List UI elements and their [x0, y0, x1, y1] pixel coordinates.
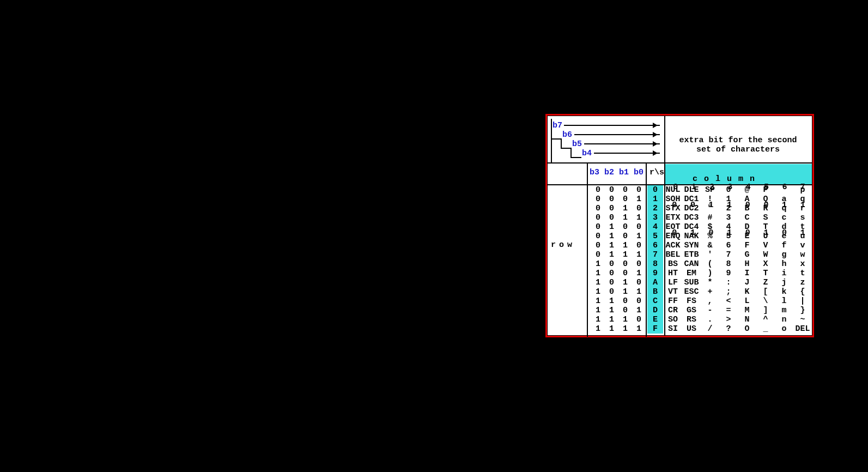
ascii-cell: d: [775, 222, 793, 232]
bit-value: 0: [618, 306, 632, 315]
ascii-cell: O: [738, 324, 756, 334]
table-row: 1111FSIUS/?O_oDEL: [548, 324, 812, 334]
ascii-cell: W: [756, 250, 775, 259]
hex-index: A: [647, 278, 663, 287]
bit-value: 0: [591, 195, 605, 204]
ascii-cell: [: [756, 287, 775, 296]
ascii-cell: 4: [719, 222, 738, 232]
ascii-cell: ;: [719, 287, 738, 296]
ascii-cell: DC3: [682, 213, 701, 222]
bit-label-b4: b4: [582, 149, 592, 158]
ascii-cell: h: [775, 259, 793, 269]
ascii-cell: SI: [664, 324, 682, 334]
bit-value: 1: [605, 232, 618, 241]
ascii-cell: m: [775, 306, 793, 315]
ascii-cell: K: [738, 287, 756, 296]
table-row: 1011BVTESC+;K[k{: [548, 287, 812, 296]
table-row: 1101DCRGS-=M]m}: [548, 306, 812, 315]
bit-value: 0: [591, 213, 605, 222]
bit-value: 0: [632, 315, 646, 324]
ascii-cell: DEL: [793, 324, 812, 334]
ascii-cell: CAN: [682, 259, 701, 269]
ascii-cell: V: [756, 241, 775, 250]
bit-value: 0: [605, 185, 618, 195]
ascii-cell: k: [775, 287, 793, 296]
arrow-b7: [564, 125, 660, 126]
bit-value: 1: [591, 315, 605, 324]
ascii-cell: DC2: [682, 204, 701, 213]
ascii-cell: t: [793, 222, 812, 232]
ascii-cell: I: [738, 269, 756, 278]
stair-1: [551, 129, 562, 140]
ascii-cell: e: [775, 232, 793, 241]
bit-value: 1: [605, 324, 618, 334]
bit-value: 1: [618, 287, 632, 296]
hex-index: 3: [647, 213, 663, 222]
ascii-cell: $: [701, 222, 719, 232]
bit-value: 0: [632, 296, 646, 306]
ascii-cell: ': [701, 250, 719, 259]
ascii-cell: C: [738, 213, 756, 222]
ascii-cell: z: [793, 278, 812, 287]
bit-value: 1: [591, 259, 605, 269]
ascii-cell: RS: [682, 315, 701, 324]
ascii-cell: 0: [719, 185, 738, 195]
ascii-cell: L: [738, 296, 756, 306]
bit-value: 1: [591, 278, 605, 287]
bit-value: 1: [605, 222, 618, 232]
bit-value: 0: [632, 222, 646, 232]
ascii-cell: a: [775, 195, 793, 204]
ascii-cell: 3: [719, 213, 738, 222]
ascii-cell: EM: [682, 269, 701, 278]
bit-value: 1: [591, 306, 605, 315]
bit-value: 1: [591, 269, 605, 278]
ascii-cell: i: [775, 269, 793, 278]
table-row: 00113ETXDC3#3CScs: [548, 213, 812, 222]
hex-index: 5: [647, 232, 663, 241]
bit-value: 1: [591, 296, 605, 306]
ascii-cell: G: [738, 250, 756, 259]
table-row: 1110ESORS.>N^n~: [548, 315, 812, 324]
bit-value: 0: [591, 250, 605, 259]
bit-value: 1: [605, 315, 618, 324]
ascii-cell: w: [793, 250, 812, 259]
bit-value: 1: [618, 315, 632, 324]
ascii-cell: M: [738, 306, 756, 315]
ascii-cell: j: [775, 278, 793, 287]
ascii-table: b7 b6 b5 b4 extra bit for the second set…: [547, 116, 812, 336]
ascii-cell: n: [775, 315, 793, 324]
bit-value: 0: [591, 241, 605, 250]
ascii-cell: SUB: [682, 278, 701, 287]
bit-value: 0: [618, 222, 632, 232]
ascii-cell: t: [793, 269, 812, 278]
ascii-cell: SP: [701, 185, 719, 195]
ascii-cell: q: [775, 204, 793, 213]
ascii-cell: 7: [719, 250, 738, 259]
ascii-cell: `: [775, 185, 793, 195]
bit-value: 1: [632, 287, 646, 296]
hex-index: 0: [647, 185, 663, 195]
ascii-cell: &: [701, 241, 719, 250]
ascii-cell: HT: [664, 269, 682, 278]
ascii-cell: /: [701, 324, 719, 334]
bit-value: 1: [618, 204, 632, 213]
bit-value: 0: [605, 287, 618, 296]
ascii-cell: DC4: [682, 222, 701, 232]
bit-value: 1: [605, 306, 618, 315]
hex-index: C: [647, 296, 663, 306]
bit-value: 0: [591, 222, 605, 232]
ascii-cell: U: [756, 232, 775, 241]
ascii-cell: >: [719, 315, 738, 324]
ascii-cell: r: [793, 204, 812, 213]
ascii-cell: +: [701, 287, 719, 296]
bit-value: 0: [632, 278, 646, 287]
ascii-cell: 5: [719, 232, 738, 241]
ascii-cell: %: [701, 232, 719, 241]
ascii-cell: FF: [664, 296, 682, 306]
ascii-cell: P: [756, 185, 775, 195]
ascii-cell: 8: [719, 259, 738, 269]
ascii-cell: 2: [719, 204, 738, 213]
ascii-cell: US: [682, 324, 701, 334]
ascii-cell: s: [793, 213, 812, 222]
bit-value: 1: [632, 306, 646, 315]
